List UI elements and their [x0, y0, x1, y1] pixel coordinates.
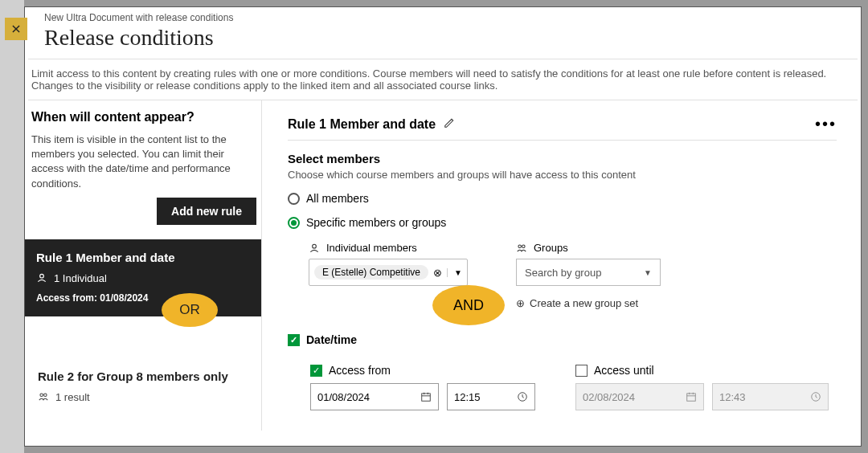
- svg-rect-6: [422, 394, 431, 401]
- main-area: Rule 1 Member and date ••• Select member…: [262, 100, 861, 431]
- clear-chip-icon[interactable]: ⊗: [433, 267, 442, 279]
- svg-point-5: [522, 244, 526, 247]
- individual-members-select[interactable]: E (Estelle) Competitive ⊗ ▼: [309, 259, 468, 286]
- description-line2: Changes to the visibility or release con…: [31, 80, 497, 92]
- release-conditions-panel: New Ultra Document with release conditio…: [24, 6, 862, 447]
- clock-icon: [810, 391, 821, 402]
- radio-icon-selected: [288, 217, 300, 229]
- sidebar-description: This item is visible in the content list…: [30, 133, 256, 198]
- datetime-toggle[interactable]: ✓ Date/time: [288, 333, 837, 346]
- select-members-heading: Select members: [288, 152, 837, 165]
- svg-point-3: [313, 244, 317, 248]
- access-from-time-input[interactable]: 12:15: [447, 383, 535, 410]
- calendar-icon: [686, 391, 697, 402]
- dropdown-icon[interactable]: ▼: [447, 268, 462, 277]
- rule1-title: Rule 1 Member and date: [36, 251, 250, 264]
- person-icon: [309, 243, 320, 254]
- close-icon: [10, 23, 22, 35]
- breadcrumb: New Ultra Document with release conditio…: [44, 12, 841, 23]
- radio-icon: [288, 193, 300, 205]
- close-button[interactable]: [5, 18, 27, 40]
- rule1-individual: 1 Individual: [54, 272, 107, 284]
- svg-point-2: [44, 394, 47, 397]
- clock-icon: [517, 391, 528, 402]
- svg-point-4: [518, 244, 522, 247]
- access-until-label: Access until: [594, 364, 654, 377]
- access-from-date-input[interactable]: 01/08/2024: [310, 383, 439, 410]
- description: Limit access to this content by creating…: [28, 59, 858, 100]
- access-until-toggle[interactable]: Access until: [575, 364, 829, 377]
- access-until-date-input: 02/08/2024: [575, 383, 704, 410]
- performance-label: Performance: [306, 430, 375, 431]
- rule-card-1[interactable]: Rule 1 Member and date 1 Individual Acce…: [25, 239, 261, 316]
- rule-card-2[interactable]: Rule 2 for Group 8 members only 1 result: [30, 358, 256, 419]
- datetime-label: Date/time: [306, 333, 357, 346]
- person-icon: [36, 272, 47, 284]
- access-until-time-input: 12:43: [712, 383, 829, 410]
- group-icon: [516, 243, 527, 254]
- until-time-value: 12:43: [719, 391, 746, 403]
- radio-specific-members[interactable]: Specific members or groups: [288, 216, 837, 229]
- background-strip: [0, 0, 24, 6]
- sidebar: When will content appear? This item is v…: [25, 100, 262, 431]
- all-members-label: All members: [306, 192, 369, 205]
- access-from-label: Access from: [329, 364, 391, 377]
- rule1-access-from: Access from: 01/08/2024: [36, 292, 250, 304]
- performance-toggle[interactable]: Performance: [288, 430, 837, 431]
- edit-icon[interactable]: [444, 117, 455, 131]
- svg-point-1: [40, 394, 43, 397]
- page-title: Release conditions: [44, 25, 841, 51]
- or-badge: OR: [162, 293, 218, 327]
- group-select[interactable]: Search by group ▼: [516, 259, 661, 286]
- sidebar-heading: When will content appear?: [30, 110, 256, 133]
- description-line1: Limit access to this content by creating…: [31, 67, 826, 80]
- more-options-button[interactable]: •••: [815, 115, 837, 133]
- groups-label: Groups: [534, 242, 568, 254]
- rule2-title: Rule 2 for Group 8 members only: [38, 369, 248, 383]
- checkbox-icon: [288, 431, 300, 431]
- checkbox-icon: [575, 365, 588, 377]
- member-chip: E (Estelle) Competitive: [314, 265, 428, 280]
- add-rule-button[interactable]: Add new rule: [157, 198, 256, 225]
- and-badge: AND: [432, 285, 505, 325]
- radio-all-members[interactable]: All members: [288, 192, 837, 205]
- checkbox-checked-icon: ✓: [310, 365, 322, 377]
- access-from-toggle[interactable]: ✓ Access from: [310, 364, 535, 377]
- main-rule-title: Rule 1 Member and date: [288, 117, 436, 132]
- from-time-value: 12:15: [454, 391, 481, 403]
- group-icon: [38, 391, 49, 402]
- svg-point-0: [40, 275, 44, 279]
- checkbox-checked-icon: ✓: [288, 334, 300, 346]
- create-group-set-link[interactable]: ⊕ Create a new group set: [516, 297, 661, 309]
- dropdown-icon: ▼: [644, 268, 652, 277]
- rule2-result: 1 result: [55, 391, 90, 403]
- plus-icon: ⊕: [516, 297, 525, 309]
- select-members-sub: Choose which course members and groups w…: [288, 169, 837, 181]
- individual-members-label: Individual members: [326, 242, 417, 254]
- group-placeholder: Search by group: [525, 267, 601, 279]
- calendar-icon: [420, 391, 432, 402]
- create-group-label: Create a new group set: [530, 297, 638, 309]
- svg-rect-8: [687, 394, 696, 401]
- from-date-value: 01/08/2024: [317, 391, 370, 403]
- specific-members-label: Specific members or groups: [306, 216, 446, 229]
- until-date-value: 02/08/2024: [583, 391, 635, 403]
